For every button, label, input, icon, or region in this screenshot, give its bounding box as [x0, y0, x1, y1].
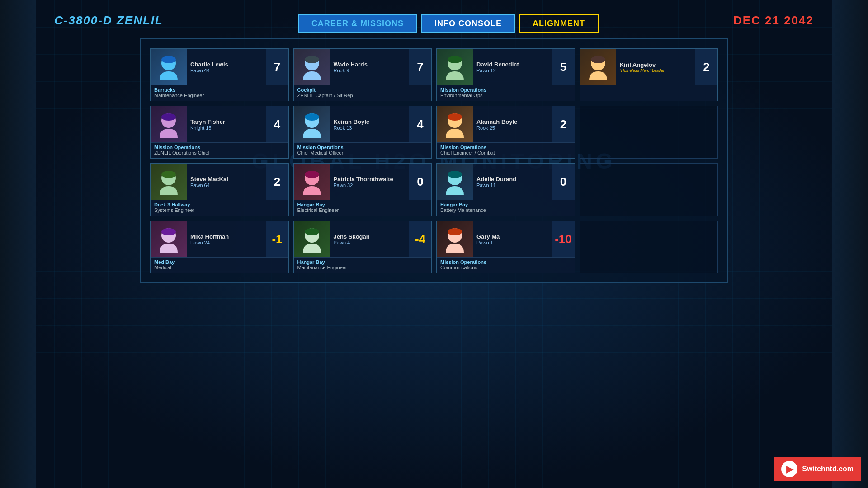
- avatar-face: [294, 221, 330, 257]
- svg-point-1: [161, 56, 176, 63]
- char-location: Mission Operations: [154, 145, 285, 150]
- card-bottom: Mission Operations Communications: [437, 257, 575, 273]
- card-bottom: Hangar Bay Maintanance Engineer: [294, 257, 432, 273]
- char-role: Medical: [154, 265, 285, 270]
- ship-title: C-3800-D ZENLIL: [54, 14, 163, 28]
- char-name: Steve MacKai: [190, 176, 262, 183]
- nintendo-url: Switchntd.com: [802, 465, 854, 473]
- avatar-face: [151, 221, 187, 257]
- char-location: Med Bay: [154, 259, 285, 265]
- char-card-mika[interactable]: Mika Hoffman Pawn 24 -1 Med Bay Medical: [150, 221, 289, 273]
- avatar-face: [580, 49, 616, 85]
- char-name: David Benedict: [476, 61, 548, 68]
- svg-point-5: [448, 56, 462, 63]
- card-top: Patricia Thornthwaite Pawn 32 0: [294, 164, 432, 200]
- svg-point-21: [161, 228, 176, 235]
- char-role: Battery Maintenance: [440, 207, 571, 213]
- char-card-empty-11[interactable]: [580, 163, 718, 216]
- char-name: Kiril Angelov: [620, 61, 692, 68]
- card-info: Charlie Lewis Pawn 44: [187, 49, 266, 85]
- char-score: 5: [552, 49, 575, 85]
- char-role: Maintanance Engineer: [297, 265, 428, 270]
- char-card-alannah[interactable]: Alannah Boyle Rook 25 2 Mission Operatio…: [436, 106, 575, 159]
- svg-point-3: [305, 56, 319, 63]
- avatar-face: [437, 49, 473, 85]
- char-card-wade[interactable]: Wade Harris Rook 9 7 Cockpit ZENLIL Capt…: [293, 48, 432, 101]
- card-info: Wade Harris Rook 9: [330, 49, 409, 85]
- char-rank: Pawn 1: [476, 240, 548, 245]
- char-score: 2: [266, 164, 288, 200]
- card-top: Steve MacKai Pawn 64 2: [151, 164, 288, 200]
- char-card-kiril[interactable]: Kiril Angelov "Homeless Merc" Leader 2: [580, 48, 718, 101]
- char-score: 0: [409, 164, 431, 200]
- char-card-empty-15[interactable]: [580, 221, 718, 273]
- nintendo-badge: ▶ Switchntd.com: [774, 457, 861, 481]
- card-info: Mika Hoffman Pawn 24: [187, 221, 266, 257]
- nintendo-logo: ▶: [781, 461, 797, 477]
- avatar: [437, 221, 473, 257]
- card-info: Keiran Boyle Rook 13: [330, 106, 409, 142]
- avatar-face: [151, 106, 187, 142]
- avatar-face: [151, 49, 187, 85]
- char-card-taryn[interactable]: Taryn Fisher Knight 15 4 Mission Operati…: [150, 106, 289, 159]
- avatar: [294, 49, 330, 85]
- char-role: Communications: [440, 265, 571, 270]
- card-top: Keiran Boyle Rook 13 4: [294, 106, 432, 142]
- tab-alignment[interactable]: ALIGNMENT: [519, 14, 599, 33]
- char-role: Chief Medical Officer: [297, 150, 428, 155]
- card-bottom: Mission Operations ZENLIL Operations Chi…: [151, 142, 288, 158]
- avatar-face: [294, 106, 330, 142]
- card-top: Alannah Boyle Rook 25 2: [437, 106, 575, 142]
- characters-grid: Charlie Lewis Pawn 44 7 Barracks Mainten…: [150, 48, 718, 273]
- avatar-face: [437, 164, 473, 200]
- char-rank: Pawn 44: [190, 68, 262, 73]
- tab-career-missions[interactable]: CAREER & MISSIONS: [298, 14, 417, 33]
- date-display: DEC 21 2042: [733, 14, 814, 28]
- card-top: Wade Harris Rook 9 7: [294, 49, 432, 85]
- tab-info-console[interactable]: INFO CONSOLE: [421, 14, 515, 33]
- card-bottom: Hangar Bay Battery Maintenance: [437, 200, 575, 216]
- char-score: 2: [552, 106, 575, 142]
- card-info: Gary Ma Pawn 1: [473, 221, 552, 257]
- char-location: Deck 3 Hallway: [154, 202, 285, 207]
- char-card-keiran[interactable]: Keiran Boyle Rook 13 4 Mission Operation…: [293, 106, 432, 159]
- svg-point-9: [161, 113, 176, 121]
- char-location: Mission Operations: [440, 145, 571, 150]
- card-bottom: Deck 3 Hallway Systems Engineer: [151, 200, 288, 216]
- char-location: Mission Operations: [440, 259, 571, 265]
- char-card-gary[interactable]: Gary Ma Pawn 1 -10 Mission Operations Co…: [436, 221, 575, 273]
- char-name: Charlie Lewis: [190, 61, 262, 68]
- char-score: 7: [266, 49, 288, 85]
- char-rank: Pawn 24: [190, 240, 262, 245]
- char-score: -10: [552, 221, 575, 257]
- char-location: Hangar Bay: [297, 259, 428, 265]
- char-rank: Rook 9: [334, 68, 406, 73]
- char-card-patricia[interactable]: Patricia Thornthwaite Pawn 32 0 Hangar B…: [293, 163, 432, 216]
- char-card-david[interactable]: David Benedict Pawn 12 5 Mission Operati…: [436, 48, 575, 101]
- card-bottom: Mission Operations Chief Medical Officer: [294, 142, 432, 158]
- avatar-face: [294, 49, 330, 85]
- card-top: Taryn Fisher Knight 15 4: [151, 106, 288, 142]
- char-card-adelle[interactable]: Adelle Durand Pawn 11 0 Hangar Bay Batte…: [436, 163, 575, 216]
- char-card-empty-7[interactable]: [580, 106, 718, 159]
- char-role: Environmental Ops: [440, 93, 571, 98]
- card-top: Adelle Durand Pawn 11 0: [437, 164, 575, 200]
- char-name: Keiran Boyle: [334, 118, 406, 125]
- char-name: Adelle Durand: [476, 176, 548, 183]
- char-card-steve[interactable]: Steve MacKai Pawn 64 2 Deck 3 Hallway Sy…: [150, 163, 289, 216]
- char-location: Hangar Bay: [440, 202, 571, 207]
- svg-point-13: [448, 113, 462, 121]
- card-bottom: Cockpit ZENLIL Captain / Sit Rep: [294, 85, 432, 101]
- char-card-charlie[interactable]: Charlie Lewis Pawn 44 7 Barracks Mainten…: [150, 48, 289, 101]
- char-role: Electrical Engineer: [297, 207, 428, 213]
- card-info: David Benedict Pawn 12: [473, 49, 552, 85]
- char-role: Chief Engineer / Combat: [440, 150, 571, 155]
- char-location: Mission Operations: [297, 145, 428, 150]
- card-info: Jens Skogan Pawn 4: [330, 221, 409, 257]
- card-info: Patricia Thornthwaite Pawn 32: [330, 164, 409, 200]
- char-score: 0: [552, 164, 575, 200]
- char-role: ZENLIL Captain / Sit Rep: [297, 93, 428, 98]
- main-panel: GLOBAL H2O MONITORING Charlie Lewis Pawn…: [140, 38, 728, 283]
- char-card-jens[interactable]: Jens Skogan Pawn 4 -4 Hangar Bay Maintan…: [293, 221, 432, 273]
- avatar: [580, 49, 616, 85]
